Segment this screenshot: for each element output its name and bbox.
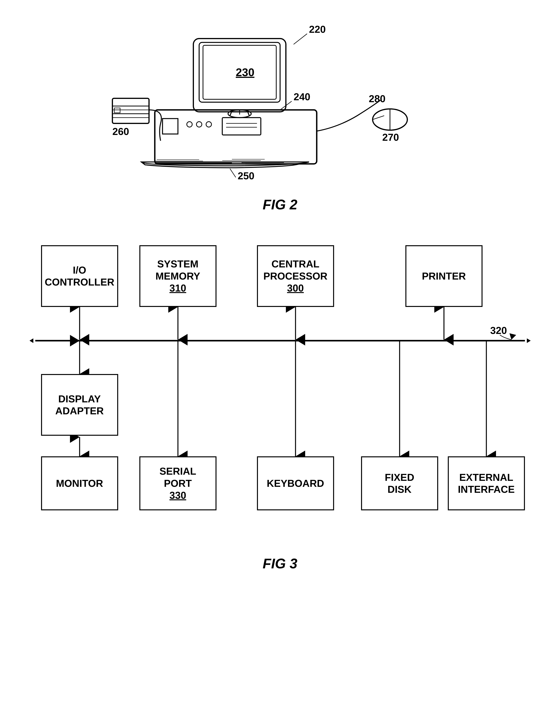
svg-text:220: 220 [309, 24, 326, 35]
svg-rect-12 [163, 119, 178, 134]
svg-line-1 [294, 34, 307, 44]
io-controller-box: I/OCONTROLLER [41, 245, 118, 307]
svg-text:270: 270 [382, 132, 399, 143]
external-interface-box: EXTERNALINTERFACE [448, 456, 525, 510]
svg-marker-48 [527, 338, 531, 343]
svg-text:240: 240 [294, 91, 310, 102]
fig2-caption: FIG 2 [263, 197, 297, 212]
fig2-section: 220 230 240 [12, 15, 548, 212]
svg-text:320: 320 [490, 325, 507, 336]
external-interface-label: EXTERNALINTERFACE [458, 471, 515, 495]
fig2-illustration: 220 230 240 [107, 15, 454, 189]
central-processor-ref: 300 [287, 282, 304, 294]
central-processor-label: CENTRALPROCESSOR [263, 258, 327, 282]
serial-port-label: SERIALPORT [159, 465, 196, 489]
diagram-container: 320 [29, 236, 531, 544]
printer-label: PRINTER [422, 270, 466, 282]
svg-rect-39 [114, 108, 120, 113]
central-processor-box: CENTRALPROCESSOR 300 [257, 245, 334, 307]
monitor-label: MONITOR [56, 477, 103, 489]
system-memory-ref: 310 [169, 282, 186, 294]
fig3-section: 320 [12, 236, 548, 571]
svg-point-15 [206, 122, 211, 127]
fig3-caption: FIG 3 [263, 556, 297, 571]
keyboard-box: KEYBOARD [257, 456, 334, 510]
keyboard-label: KEYBOARD [267, 477, 324, 489]
display-adapter-label: DISPLAYADAPTER [55, 393, 104, 417]
monitor-box: MONITOR [41, 456, 118, 510]
system-memory-box: SYSTEMMEMORY 310 [139, 245, 216, 307]
svg-point-14 [196, 122, 202, 127]
display-adapter-box: DISPLAYADAPTER [41, 374, 118, 436]
svg-line-20 [230, 169, 236, 177]
svg-rect-34 [112, 98, 149, 123]
fixed-disk-box: FIXEDDISK [361, 456, 438, 510]
svg-text:250: 250 [238, 170, 254, 181]
serial-port-box: SERIALPORT 330 [139, 456, 216, 510]
svg-marker-47 [29, 338, 33, 343]
page-container: 220 230 240 [0, 0, 560, 728]
svg-text:230: 230 [236, 66, 254, 78]
io-controller-label: I/OCONTROLLER [45, 264, 114, 288]
fixed-disk-label: FIXEDDISK [385, 471, 414, 495]
serial-port-ref: 330 [169, 489, 186, 501]
system-memory-label: SYSTEMMEMORY [155, 258, 200, 282]
svg-point-13 [187, 122, 192, 127]
svg-line-31 [373, 116, 384, 120]
printer-box: PRINTER [405, 245, 483, 307]
svg-text:280: 280 [369, 93, 386, 104]
svg-rect-16 [222, 118, 261, 135]
svg-text:260: 260 [112, 126, 129, 137]
